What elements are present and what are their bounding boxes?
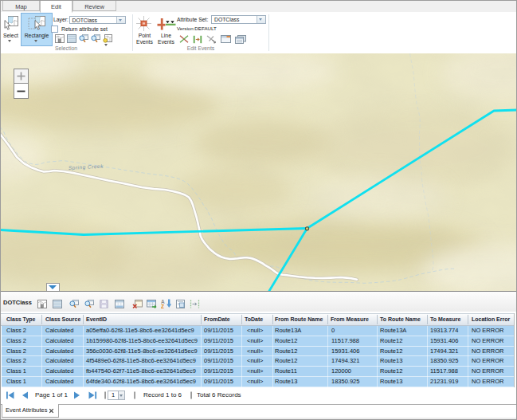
svg-text:Z: Z <box>161 304 164 308</box>
